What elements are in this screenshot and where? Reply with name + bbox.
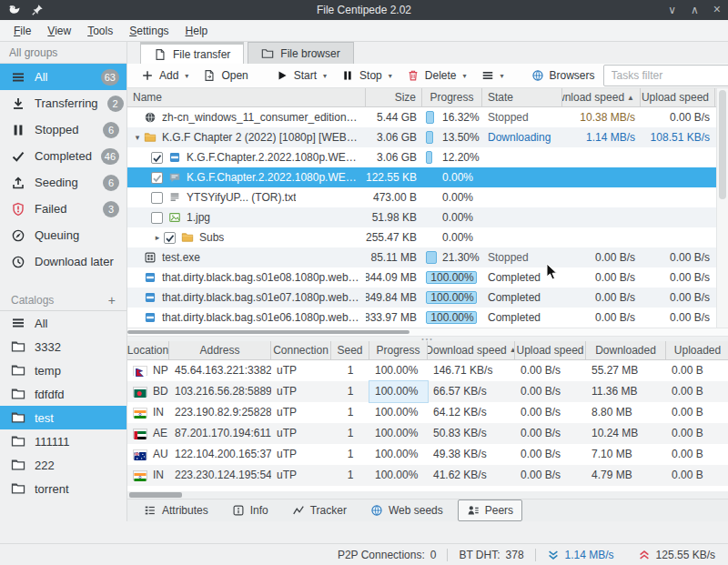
row-checkbox[interactable] [151,212,163,224]
peer-row[interactable]: NP45.64.163.221:33822uTP1100.00%146.71 K… [127,360,728,381]
peers-hscrollbar[interactable] [127,491,728,499]
sidebar-item-completed[interactable]: Completed46 [0,143,126,169]
tree-expander-icon[interactable]: ▸ [151,233,164,242]
detail-tab-peers[interactable]: Peers [458,499,522,521]
sidebar-item-queuing[interactable]: Queuing [0,222,126,248]
transfers-hscrollbar[interactable] [127,328,728,337]
bt-dht: BT DHT:378 [459,549,523,561]
peer-upload-speed-cell: 0.00 B/s [515,402,586,423]
catalog-item-222[interactable]: 222 [0,453,126,477]
peers-column-header-downloaded[interactable]: Downloaded [586,341,666,359]
column-header-state[interactable]: State [482,88,562,106]
more-menu-button[interactable]: ▾ [475,66,511,86]
open-button[interactable]: Open [197,66,254,86]
peers-column-header-address[interactable]: Address [169,341,271,359]
transfer-row[interactable]: K.G.F.Chapter.2.2022.1080p.WEBRip.x⋯3.06… [127,147,716,167]
sidebar-item-all[interactable]: All63 [0,64,126,90]
size-cell: 833.97 MB [366,308,422,328]
transfer-row[interactable]: K.G.F.Chapter.2.2022.1080p.WEBRip.x⋯122.… [127,167,716,187]
menu-help[interactable]: Help [177,22,217,40]
catalog-item-temp[interactable]: temp [0,358,126,382]
start-button[interactable]: Start▾ [269,66,333,86]
video-icon [144,291,157,304]
menu-file[interactable]: File [5,22,39,40]
minimize-button[interactable]: ∨ [668,4,676,16]
detail-tab-tracker[interactable]: Tracker [283,499,356,521]
stop-button[interactable]: Stop▾ [335,66,399,86]
menu-tools[interactable]: Tools [79,22,121,40]
transfer-row[interactable]: 1.jpg51.98 KB0.00% [127,207,716,227]
peer-row[interactable]: IN223.230.124.195:54348uTP1100.00%41.62 … [127,465,728,486]
name-cell: 1.jpg [127,207,366,227]
flag-icon-in [133,408,147,418]
size-cell: 3.06 GB [366,147,422,167]
column-header-progress[interactable]: Progress [422,88,482,106]
peers-column-header-upload-speed[interactable]: Upload speed [515,341,586,359]
sidebar-item-stopped[interactable]: Stopped6 [0,116,126,143]
catalog-item-3332[interactable]: 3332 [0,335,126,358]
column-header-download-speed[interactable]: Download speed▲ [562,88,641,106]
browsers-button[interactable]: Browsers [525,66,602,86]
column-header-size[interactable]: Size [366,88,422,106]
sidebar-item-failed[interactable]: Failed3 [0,196,126,222]
transfer-row[interactable]: that.dirty.black.bag.s01e08.1080p.web.h2… [127,267,716,288]
tree-expander-icon[interactable]: ▾ [131,133,144,142]
tasks-filter-input[interactable] [604,69,728,82]
groups-selector[interactable]: All groups [0,42,126,64]
peers-column-header-seed[interactable]: Seed [331,341,369,359]
catalog-item-test[interactable]: test [0,406,126,429]
maximize-button[interactable]: ∧ [691,4,699,16]
peers-column-header-connection[interactable]: Connection [271,341,331,359]
transfer-row[interactable]: test.exe85.11 MB21.30%Stopped0.00 B/s0.0… [127,247,716,267]
tab-file-transfer[interactable]: File transfer [140,42,244,64]
tab-file-browser[interactable]: File browser [248,42,353,64]
add-catalog-button[interactable]: + [108,293,116,308]
state-cell [482,207,562,227]
sidebar-item-download-later[interactable]: Download later [0,248,126,275]
detail-tab-info[interactable]: Info [223,499,278,521]
peer-row[interactable]: IN223.190.82.9:25828uTP1100.00%64.12 KB/… [127,402,728,423]
peers-column-header-download-speed[interactable]: Download speed▲ [428,341,515,359]
transfer-row[interactable]: ▾K.G.F Chapter 2 (2022) [1080p] [WEBRip]… [127,127,716,147]
row-checkbox[interactable] [151,192,163,204]
sidebar-item-transferring[interactable]: Transferring2 [0,90,126,116]
row-checkbox[interactable] [164,232,176,244]
transfer-row[interactable]: ▸Subs255.47 KB0.00% [127,227,716,247]
main-content: File transferFile browser Add▾OpenStart▾… [127,42,728,521]
detail-tab-attributes[interactable]: Attributes [135,499,217,521]
peer-row[interactable]: AU122.104.200.165:37738uTP1100.00%49.38 … [127,444,728,465]
sidebar-item-seeding[interactable]: Seeding6 [0,169,126,196]
peer-row[interactable]: AE87.201.170.194:61186uTP1100.00%50.83 K… [127,423,728,444]
transfer-row[interactable]: zh-cn_windows_11_consumer_editions_upd⋯5… [127,107,716,127]
catalog-item-fdfdfd[interactable]: fdfdfd [0,382,126,406]
transfer-row[interactable]: YTSYifyUP... (TOR).txt473.00 B0.00% [127,187,716,207]
transfer-row[interactable]: that.dirty.black.bag.s01e07.1080p.web.h2… [127,288,716,308]
peers-column-header-uploaded[interactable]: Uploaded [666,341,728,359]
row-checkbox[interactable] [151,152,163,164]
peer-upload-speed-cell: 0.00 B/s [515,360,586,381]
delete-button[interactable]: Delete▾ [400,66,473,86]
column-header-upload-speed[interactable]: Upload speed [641,88,715,106]
catalog-item-all[interactable]: All [0,311,126,335]
download-speed-cell: 0.00 B/s [562,247,641,267]
column-header-name[interactable]: Name [127,88,366,106]
peer-address-cell: 103.216.56.28:58896 [169,381,271,402]
menu-settings[interactable]: Settings [121,22,177,40]
detail-tab-web-seeds[interactable]: Web seeds [361,499,452,521]
transfer-row[interactable]: that.dirty.black.bag.s01e06.1080p.web.h2… [127,308,716,328]
progress-cell: 0.00% [422,227,482,247]
double-chevron-up-icon [638,549,651,561]
vertical-scrollbar[interactable] [716,88,728,328]
pin-icon[interactable] [31,4,44,16]
peer-row[interactable]: BD103.216.56.28:58896uTP1100.00%66.57 KB… [127,381,728,402]
close-button[interactable]: × [713,4,721,16]
tasks-filter-combobox[interactable]: ▾ [603,65,728,86]
menu-view[interactable]: View [39,22,79,40]
check-icon [11,149,25,164]
catalog-item-torrent[interactable]: torrent [0,477,126,500]
peers-column-header-progress[interactable]: Progress [369,341,428,359]
add-button[interactable]: Add▾ [135,66,195,86]
row-checkbox[interactable] [151,172,163,184]
catalog-item-111111[interactable]: 111111 [0,429,126,453]
peers-column-header-location[interactable]: Location [127,341,169,359]
